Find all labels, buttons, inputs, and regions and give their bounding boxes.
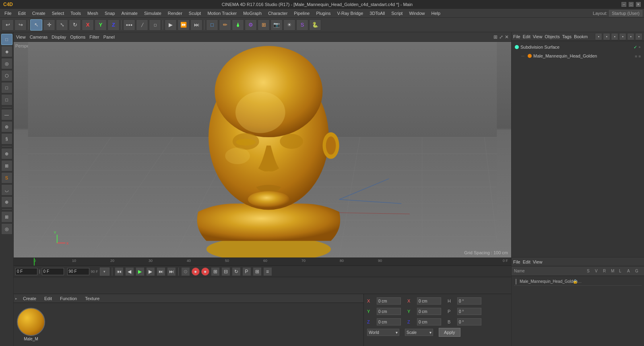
- brush-button[interactable]: ✏: [219, 19, 231, 31]
- maximize-button[interactable]: □: [629, 2, 634, 7]
- python-button[interactable]: 🐍: [309, 19, 321, 31]
- lock-y-button[interactable]: Y: [95, 19, 107, 31]
- model-mode-button[interactable]: □: [1, 34, 12, 45]
- rigging-mode-button[interactable]: ⬡: [1, 70, 12, 81]
- attr-row-mannequin[interactable]: Male_Mannequin_Head_Golden 🔒 …: [514, 278, 642, 286]
- obj-menu-tags[interactable]: Tags: [562, 34, 572, 39]
- menu-vray[interactable]: V-Ray Bridge: [334, 10, 366, 16]
- animate-mode-button[interactable]: □: [1, 82, 12, 93]
- edges-mode-button[interactable]: ╱: [136, 19, 148, 31]
- record-button-2[interactable]: ●: [192, 268, 200, 276]
- end-frame-input[interactable]: [67, 268, 89, 275]
- mat-texture-button[interactable]: Texture: [83, 295, 102, 302]
- obj-mgr-btn-2[interactable]: ▪: [603, 33, 610, 40]
- menu-edit[interactable]: Edit: [15, 10, 29, 16]
- scale-button[interactable]: ⤡: [56, 19, 68, 31]
- viewport-menu-panel[interactable]: Panel: [103, 35, 115, 39]
- prop-y2-input[interactable]: [417, 308, 441, 315]
- menu-animate[interactable]: Animate: [119, 10, 140, 16]
- keyframe-btn-5[interactable]: P: [242, 267, 251, 276]
- menu-motion-tracker[interactable]: Motion Tracker: [204, 10, 239, 16]
- menu-select[interactable]: Select: [49, 10, 67, 16]
- goto-start-button[interactable]: ⏮: [115, 267, 124, 276]
- viewport-canvas[interactable]: Perspective: [14, 42, 511, 257]
- menu-tools[interactable]: Tools: [68, 10, 84, 16]
- sculpt-mode-button[interactable]: ◎: [1, 58, 12, 69]
- texture-mode-button[interactable]: ◈: [1, 46, 12, 57]
- prop-y-input[interactable]: [377, 308, 401, 315]
- step-forward-button[interactable]: ▶: [146, 267, 155, 276]
- prop-x2-input[interactable]: [417, 297, 441, 305]
- lock-z-button[interactable]: Z: [107, 19, 120, 31]
- menu-3dtoall[interactable]: 3DToAll: [367, 10, 388, 16]
- deformer-button[interactable]: ⊞: [258, 19, 270, 31]
- start-frame-input[interactable]: [15, 268, 37, 275]
- obj-subdivision-surface[interactable]: Subdivision Surface ✓ ●: [513, 43, 642, 51]
- minimize-button[interactable]: –: [621, 2, 626, 7]
- select-move-button[interactable]: ↖: [30, 19, 42, 31]
- redo-button[interactable]: ↪: [14, 19, 27, 31]
- object-button[interactable]: □: [206, 19, 218, 31]
- menu-mesh[interactable]: Mesh: [85, 10, 101, 16]
- paint-tool[interactable]: ◡: [1, 184, 12, 196]
- render-view-button[interactable]: ▶: [165, 19, 177, 31]
- magnet-tool[interactable]: ⊛: [1, 121, 12, 132]
- play-button[interactable]: ▶: [136, 267, 144, 276]
- render-queue-button[interactable]: ⏭: [190, 19, 202, 31]
- current-frame-input[interactable]: [42, 268, 64, 275]
- keyframe-btn-1[interactable]: ⊙: [181, 267, 190, 276]
- keyframe-btn-7[interactable]: ≡: [263, 267, 272, 276]
- solo-tool[interactable]: ◎: [1, 223, 12, 235]
- keyframe-btn-2[interactable]: ⊞: [211, 267, 220, 276]
- viewport-expand-icon[interactable]: ⊞: [493, 34, 497, 40]
- mat-edit-button[interactable]: Edit: [42, 295, 54, 302]
- obj-male-mannequin[interactable]: Male_Mannequin_Head_Golden ■ ■: [513, 51, 642, 60]
- prop-z2-input[interactable]: [417, 318, 441, 325]
- record-button[interactable]: ⏭: [167, 267, 176, 276]
- menu-plugins[interactable]: Plugins: [313, 10, 333, 16]
- mat-function-button[interactable]: Function: [58, 295, 79, 302]
- close-button[interactable]: ✕: [636, 2, 641, 7]
- material-tool[interactable]: S: [1, 172, 12, 183]
- menu-window[interactable]: Window: [406, 10, 427, 16]
- menu-file[interactable]: File: [2, 10, 14, 16]
- scale-dropdown[interactable]: Scale ▾: [405, 329, 433, 336]
- viewport-close-icon[interactable]: ✕: [505, 34, 509, 40]
- sculpt-tool[interactable]: §: [1, 133, 12, 144]
- obj-mgr-btn-4[interactable]: ▪: [619, 33, 626, 40]
- measure-tool[interactable]: —: [1, 109, 12, 120]
- obj-menu-view[interactable]: View: [533, 34, 543, 39]
- viewport-menu-cameras[interactable]: Cameras: [30, 35, 48, 39]
- menu-script[interactable]: Script: [388, 10, 405, 16]
- obj-menu-edit[interactable]: Edit: [523, 34, 530, 39]
- menu-mograph[interactable]: MoGraph: [240, 10, 264, 16]
- layout-dropdown[interactable]: Startup (User): [609, 10, 642, 16]
- menu-render[interactable]: Render: [165, 10, 185, 16]
- menu-help[interactable]: Help: [429, 10, 444, 16]
- obj-menu-objects[interactable]: Objects: [545, 34, 559, 39]
- sculpt2-tool[interactable]: ⊕: [1, 196, 12, 208]
- goto-end-button[interactable]: ⏭: [157, 267, 165, 276]
- grid-tool[interactable]: ⊕: [1, 148, 12, 159]
- prop-h-input[interactable]: [457, 297, 481, 305]
- attr-menu-file[interactable]: File: [513, 260, 520, 264]
- viewport-menu-options[interactable]: Options: [70, 35, 85, 39]
- obj-mgr-btn-3[interactable]: ▪: [611, 33, 618, 40]
- obj-menu-bookm[interactable]: Bookm: [574, 34, 588, 39]
- obj-mgr-btn-5[interactable]: ▪: [627, 33, 634, 40]
- grid-display-tool[interactable]: ⊞: [1, 211, 12, 222]
- scene-button[interactable]: S: [296, 19, 308, 31]
- lock-x-button[interactable]: X: [82, 19, 94, 31]
- menu-sculpt[interactable]: Sculpt: [186, 10, 204, 16]
- keyframe-btn-3[interactable]: ⊟: [221, 267, 230, 276]
- menu-create[interactable]: Create: [29, 10, 48, 16]
- prop-p-input[interactable]: [457, 308, 481, 315]
- obj-menu-file[interactable]: File: [513, 34, 520, 39]
- snap-tool[interactable]: ⊞: [1, 160, 12, 171]
- spline-button[interactable]: 🌢: [232, 19, 244, 31]
- camera-object-button[interactable]: 📷: [270, 19, 283, 31]
- attr-menu-view[interactable]: View: [533, 260, 543, 264]
- menu-pipeline[interactable]: Pipeline: [291, 10, 312, 16]
- obj-mgr-btn-6[interactable]: ▪: [635, 33, 642, 40]
- undo-button[interactable]: ↩: [2, 19, 14, 31]
